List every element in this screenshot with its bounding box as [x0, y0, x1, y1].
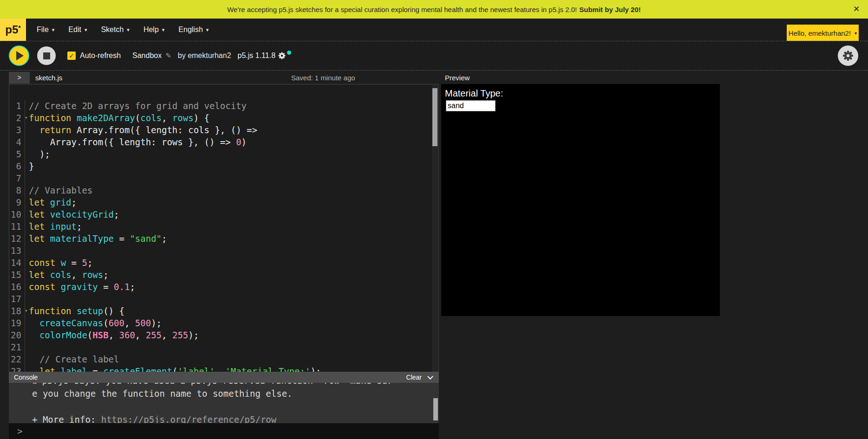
code-text: [25, 172, 29, 184]
menu-help[interactable]: Help▾: [137, 19, 171, 41]
code-line: 1// Create 2D arrays for grid and veloci…: [9, 100, 438, 112]
gear-icon: [278, 52, 286, 60]
line-number: 7: [9, 172, 25, 184]
play-icon: [16, 51, 24, 60]
material-type-input[interactable]: [446, 100, 496, 111]
code-text: createCanvas(600, 500);: [25, 317, 162, 329]
toolbar: ✓ Auto-refresh Sandbox ✎ by emekturhan2 …: [0, 41, 868, 71]
line-number: 21: [9, 341, 25, 353]
menu-sketch[interactable]: Sketch▾: [94, 19, 136, 41]
console-message-link[interactable]: https://p5js.org/reference/p5/row: [101, 414, 277, 423]
console-title: Console: [14, 374, 406, 381]
code-line: 18▾function setup() {: [9, 305, 438, 317]
code-lines: 1// Create 2D arrays for grid and veloci…: [9, 100, 438, 372]
code-line: 9let grid;: [9, 196, 438, 208]
console-message-text: p5.js says: you have used a p5.js reserv…: [42, 383, 392, 386]
console-collapse-icon[interactable]: [427, 374, 433, 380]
console-message: e you change the function name to someth…: [32, 387, 439, 400]
console-message: [32, 400, 439, 413]
flower-icon: ✿: [32, 383, 37, 386]
code-text: const gravity = 0.1;: [25, 281, 135, 293]
code-line: 20 colorMode(HSB, 360, 255, 255);: [9, 329, 438, 341]
announcement-cta: Submit by July 20!: [579, 6, 641, 13]
line-number: 11: [9, 220, 25, 232]
code-text: return Array.from({ length: cols }, () =…: [25, 124, 257, 136]
menu-edit[interactable]: Edit▾: [61, 19, 94, 41]
close-icon[interactable]: ✕: [851, 4, 861, 14]
preview-panel-label: Preview: [445, 74, 470, 82]
menu-label: Edit: [68, 26, 81, 34]
menu-label: Help: [144, 26, 159, 34]
code-line: 6}: [9, 160, 438, 172]
console-prompt-row[interactable]: >: [9, 423, 439, 439]
line-number: 9: [9, 196, 25, 208]
code-editor[interactable]: 1// Create 2D arrays for grid and veloci…: [9, 84, 439, 372]
chevron-down-icon: ▾: [127, 27, 130, 33]
code-text: colorMode(HSB, 360, 255, 255);: [25, 329, 199, 341]
code-line: 7: [9, 172, 438, 184]
edit-name-icon[interactable]: ✎: [165, 52, 171, 60]
code-line: 22 // Create label: [9, 353, 438, 365]
stop-icon: [43, 52, 50, 59]
line-number: 14: [9, 257, 25, 269]
auto-refresh-checkbox[interactable]: ✓: [67, 52, 76, 60]
stop-button[interactable]: [37, 46, 56, 65]
play-button[interactable]: [9, 45, 29, 66]
line-number: 15: [9, 269, 25, 281]
auto-refresh-label: Auto-refresh: [80, 52, 121, 60]
line-number: 6: [9, 160, 25, 172]
console-message: ✿p5.js says: you have used a p5.js reser…: [32, 383, 439, 387]
menu-label: English: [178, 26, 202, 34]
file-tab-sketchjs[interactable]: sketch.js: [35, 74, 62, 82]
fold-arrow-icon[interactable]: ▾: [25, 305, 28, 317]
material-type-label: Material Type:: [445, 88, 503, 99]
editor-scrollbar-thumb[interactable]: [432, 88, 437, 146]
line-number: 22: [9, 353, 25, 365]
project-name: Sandbox: [132, 52, 162, 60]
console-message: + More info: https://p5js.org/reference/…: [32, 413, 439, 423]
line-number: 12: [9, 232, 25, 245]
line-number: 4: [9, 136, 25, 148]
code-text: // Create label: [25, 353, 119, 365]
menu-label: Sketch: [101, 26, 124, 34]
code-line: 4 Array.from({ length: rows }, () => 0): [9, 136, 438, 148]
code-line: 13: [9, 245, 438, 257]
code-text: let label = createElement('label', 'Mate…: [25, 365, 321, 372]
console-clear-button[interactable]: Clear: [406, 374, 422, 381]
code-line: 2▾function make2DArray(cols, rows) {: [9, 112, 438, 124]
line-number: 17: [9, 293, 25, 305]
code-text: let cols, rows;: [25, 269, 109, 281]
settings-button[interactable]: [838, 45, 858, 66]
code-text: [25, 245, 29, 257]
code-line: 12let materialType = "sand";: [9, 232, 438, 245]
code-line: 10let velocityGrid;: [9, 208, 438, 220]
line-number: 1: [9, 100, 25, 112]
console-header: Console Clear: [9, 372, 439, 383]
code-text: // Create 2D arrays for grid and velocit…: [25, 100, 247, 112]
code-text: }: [25, 160, 34, 172]
line-number: 2: [9, 112, 25, 124]
p5-logo[interactable]: p5*: [0, 19, 26, 41]
line-number: 16: [9, 281, 25, 293]
line-number: 8: [9, 184, 25, 196]
code-text: function make2DArray(cols, rows) {: [25, 112, 209, 124]
menu-english[interactable]: English▾: [171, 19, 215, 41]
user-menu-button[interactable]: Hello, emekturhan2! ▾: [787, 25, 859, 41]
sidebar-collapse-button[interactable]: >: [9, 72, 30, 84]
line-number: 23: [9, 365, 25, 372]
code-line: 23 let label = createElement('label', 'M…: [9, 365, 438, 372]
chevron-down-icon: ▾: [855, 31, 857, 36]
menu-file[interactable]: File▾: [30, 19, 61, 41]
console-scrollbar-thumb[interactable]: [433, 398, 438, 420]
announcement-banner: We're accepting p5.js sketches for a spe…: [0, 0, 868, 19]
line-number: 19: [9, 317, 25, 329]
code-line: 11let input;: [9, 220, 438, 232]
nav-bar: p5* File▾Edit▾Sketch▾Help▾English▾: [0, 19, 868, 41]
preview-canvas[interactable]: [441, 84, 720, 316]
code-text: let materialType = "sand";: [25, 232, 167, 245]
code-text: let velocityGrid;: [25, 208, 119, 220]
version-settings[interactable]: p5.js 1.11.8: [238, 52, 287, 60]
fold-arrow-icon[interactable]: ▾: [25, 112, 28, 124]
console-message-text: e you change the function name to someth…: [32, 388, 293, 399]
code-line: 15let cols, rows;: [9, 269, 438, 281]
